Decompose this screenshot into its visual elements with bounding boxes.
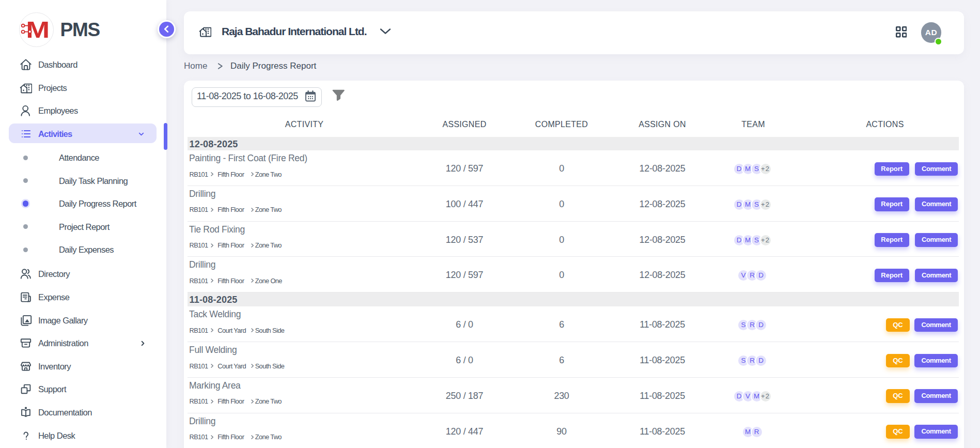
svg-text:M: M	[26, 17, 50, 42]
